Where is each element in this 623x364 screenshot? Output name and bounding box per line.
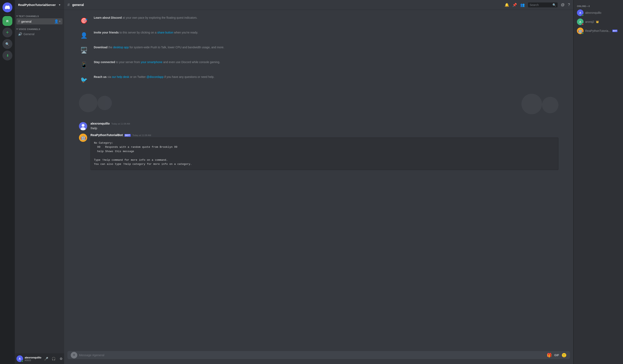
tips-section: 🎯 Learn about Discord at your own pace b…: [64, 13, 573, 87]
search-icon: 🔍: [553, 3, 556, 7]
member-item-aronq2[interactable]: A aronq2 👑: [575, 17, 621, 26]
text-channels-category[interactable]: ▾ TEXT CHANNELS: [15, 12, 64, 18]
main-content: # general 🔔 📌 👥 🔍 @ ? 🎯 Learn about Disc…: [64, 0, 573, 364]
tip-download-text: Download the desktop app for system-wide…: [94, 45, 224, 49]
tip-invite-icon: 👤: [79, 30, 89, 40]
member-bot-badge: BOT: [612, 30, 618, 32]
user-info: alexronquillo #0933: [25, 356, 41, 362]
discord-home-icon[interactable]: [2, 2, 12, 12]
ghost-avatar-1: [79, 94, 97, 112]
explore-servers-button[interactable]: 🔍: [2, 39, 12, 49]
voice-channels-category[interactable]: ▾ VOICE CHANNELS: [15, 24, 64, 31]
user-controls: 🎤 🎧 ⚙: [43, 355, 64, 362]
member-item-alexronquillo[interactable]: A alexronquillo: [575, 8, 621, 17]
message-input[interactable]: [79, 351, 545, 359]
tip-download: 🖥️ Download the desktop app for system-w…: [79, 43, 558, 58]
tip-mobile-icon: 📱: [79, 60, 89, 70]
tip-reach-text: Reach us via our help desk or on Twitter…: [94, 75, 214, 79]
search-bar[interactable]: 🔍: [528, 2, 558, 7]
server-header[interactable]: RealPythonTutorialServer ▼: [15, 0, 64, 10]
at-mention-icon[interactable]: @: [561, 3, 565, 7]
bot-badge: BOT: [124, 134, 131, 137]
user-name: alexronquillo: [25, 356, 41, 359]
smartphone-link[interactable]: your smartphone: [141, 61, 162, 64]
server-divider: [4, 14, 11, 14]
messages-area: 🎯 Learn about Discord at your own pace b…: [64, 10, 573, 351]
channel-sidebar: RealPythonTutorialServer ▼ ▾ TEXT CHANNE…: [15, 0, 64, 364]
avatar-bot: 🤖: [79, 134, 87, 142]
input-area: + 🎁 GIF 🙂: [64, 351, 573, 364]
message-header-1: alexronquillo Today at 11:08 AM: [90, 122, 558, 125]
server-sidebar: R + 🔍 ⬇: [0, 0, 15, 364]
members-icon[interactable]: 👥: [520, 3, 525, 7]
message-input-container: + 🎁 GIF 🙂: [67, 351, 570, 359]
help-icon[interactable]: ?: [568, 3, 570, 7]
gift-icon[interactable]: 🎁: [547, 353, 552, 358]
ghost-avatar-3: [521, 94, 542, 114]
download-button[interactable]: ⬇: [2, 51, 12, 61]
server-item-realpython[interactable]: R: [2, 16, 12, 26]
avatar-alexronquillo: [79, 122, 87, 130]
notification-bell-icon[interactable]: 🔔: [505, 3, 509, 7]
channel-header: # general 🔔 📌 👥 🔍 @ ?: [64, 0, 573, 10]
member-item-realpythonbot[interactable]: 🤖 ReaPythonTutoria... BOT: [575, 26, 621, 35]
member-name-aronq2: aronq2: [585, 20, 594, 23]
svg-point-1: [82, 124, 85, 127]
message-author-1: alexronquillo: [90, 122, 110, 125]
settings-button[interactable]: ⚙: [58, 355, 64, 362]
member-name-bot: ReaPythonTutoria...: [585, 29, 611, 32]
message-header-2: ReaPythonTutorialBot BOT Today at 11:08 …: [90, 133, 558, 137]
attach-file-button[interactable]: +: [71, 352, 77, 359]
message-content-2: ReaPythonTutorialBot BOT Today at 11:08 …: [90, 133, 558, 170]
member-avatar-bot: 🤖: [577, 27, 583, 34]
user-panel: A alexronquillo #0933 🎤 🎧 ⚙: [15, 353, 64, 364]
message-text-1: !help: [90, 126, 558, 131]
tip-learn-icon: 🎯: [79, 16, 89, 25]
member-status-alexronquillo: [582, 14, 584, 16]
tip-twitter-icon: 🐦: [79, 75, 89, 85]
online-section-header: ONLINE—3: [575, 3, 621, 8]
tip-stay-text: Stay connected to your server from your …: [94, 60, 220, 64]
tip-stay-connected: 📱 Stay connected to your server from you…: [79, 58, 558, 72]
message-group-2: 🤖 ReaPythonTutorialBot BOT Today at 11:0…: [64, 132, 573, 171]
message-timestamp-1: Today at 11:08 AM: [111, 123, 130, 125]
message-timestamp-2: Today at 11:08 AM: [133, 134, 151, 136]
gif-icon[interactable]: GIF: [554, 354, 559, 357]
add-member-icon[interactable]: 👤+: [54, 19, 61, 24]
member-avatar-alexronquillo: A: [577, 9, 583, 16]
message-group-1: alexronquillo Today at 11:08 AM !help: [64, 121, 573, 131]
input-actions: 🎁 GIF 🙂: [547, 353, 567, 358]
mute-button[interactable]: 🎤: [43, 355, 49, 362]
server-name: RealPythonTutorialServer: [18, 3, 56, 7]
header-actions: 🔔 📌 👥 🔍 @ ?: [505, 2, 570, 7]
discordapp-link[interactable]: @discordapp: [147, 75, 164, 79]
ghost-avatar-4: [542, 97, 558, 113]
tip-learn-text: Learn about Discord at your own pace by …: [94, 16, 197, 20]
pin-icon[interactable]: 📌: [512, 3, 517, 7]
tip-learn: 🎯 Learn about Discord at your own pace b…: [79, 13, 558, 28]
user-status-dot: [21, 360, 23, 362]
channel-item-general-voice[interactable]: 🔊 General: [17, 31, 63, 37]
channel-item-general[interactable]: # general 👤+: [17, 18, 63, 24]
tip-download-icon: 🖥️: [79, 45, 89, 55]
deafen-button[interactable]: 🎧: [50, 355, 57, 362]
member-status-aronq2: [582, 23, 584, 25]
add-server-button[interactable]: +: [2, 27, 12, 37]
emoji-icon[interactable]: 🙂: [561, 353, 567, 358]
member-status-bot: [582, 32, 584, 34]
help-desk-link[interactable]: our help desk: [112, 75, 129, 79]
search-input[interactable]: [530, 3, 551, 7]
desktop-app-link[interactable]: desktop app: [113, 46, 129, 49]
message-content-1: alexronquillo Today at 11:08 AM !help: [90, 122, 558, 131]
chevron-right-icon-voice: ▾: [17, 28, 18, 30]
tip-invite-text: Invite your friends to this server by cl…: [94, 30, 198, 35]
channel-name-general: general: [21, 20, 31, 23]
share-button-link[interactable]: share button: [157, 31, 173, 34]
tip-reach-us: 🐦 Reach us via our help desk or on Twitt…: [79, 72, 558, 87]
chevron-right-icon: ▾: [17, 15, 18, 18]
member-avatar-aronq2: A: [577, 19, 583, 25]
ghost-avatar-2: [97, 96, 112, 110]
member-name-alexronquillo: alexronquillo: [585, 11, 601, 14]
tip-invite: 👤 Invite your friends to this server by …: [79, 28, 558, 43]
hash-icon: #: [18, 20, 20, 23]
